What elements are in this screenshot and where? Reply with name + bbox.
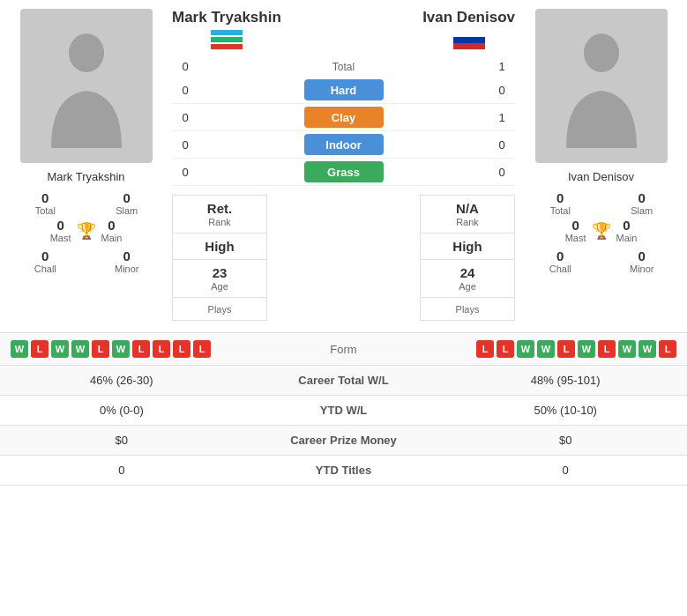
left-trophy-row: 0 Mast 🏆 0 Main: [9, 218, 163, 243]
left-rank-label: Rank: [208, 217, 231, 227]
form-label: Form: [211, 343, 476, 356]
right-age-value: 24: [460, 265, 475, 280]
ytd-wl-left: 0% (0-0): [11, 404, 233, 417]
career-prize-row: $0 Career Prize Money $0: [0, 426, 687, 456]
form-badge-l: L: [153, 340, 170, 358]
form-badge-w: W: [71, 340, 89, 358]
career-prize-label: Career Prize Money: [233, 434, 455, 447]
left-chall-label: Chall: [34, 263, 56, 274]
hard-btn: Hard: [304, 79, 384, 100]
form-badge-l: L: [598, 340, 616, 358]
right-slam-cell: 0 Slam: [606, 190, 679, 216]
left-rank-value: Ret.: [207, 201, 232, 216]
right-chall-label: Chall: [549, 263, 571, 274]
right-avatar: [535, 9, 668, 163]
top-section: Mark Tryakshin 0 Total 0 Slam 0 Mast 🏆: [0, 0, 687, 325]
left-bottom-stats: 0 Chall 0 Minor: [9, 249, 163, 274]
right-age-box: 24 Age: [421, 260, 514, 298]
form-badge-w: W: [578, 340, 595, 358]
center-section: Mark Tryakshin Ivan Denisov: [168, 9, 519, 321]
form-badge-w: W: [517, 340, 534, 358]
career-wl-left: 46% (26-30): [11, 374, 233, 387]
right-player-card: Ivan Denisov 0 Total 0 Slam 0 Mast 🏆: [524, 9, 678, 321]
indoor-row: 0 Indoor 0: [172, 131, 515, 159]
form-badge-w: W: [51, 340, 69, 358]
right-main-cell: 0 Main: [616, 218, 638, 243]
left-age-label: Age: [211, 281, 228, 292]
grass-btn: Grass: [304, 161, 384, 182]
form-badge-l: L: [31, 340, 49, 358]
left-player-card: Mark Tryakshin 0 Total 0 Slam 0 Mast 🏆: [9, 9, 163, 321]
clay-row: 0 Clay 1: [172, 104, 515, 131]
right-high-box: High: [421, 234, 514, 260]
left-form-badges: WLWWLWLLLL: [11, 340, 211, 358]
grass-left: 0: [172, 166, 198, 179]
left-chall-value: 0: [41, 249, 49, 263]
grass-row: 0 Grass 0: [172, 159, 515, 186]
form-badge-w: W: [11, 340, 28, 358]
right-minor-value: 0: [638, 249, 646, 263]
center-left-name: Mark Tryakshin: [172, 9, 281, 26]
career-wl-label: Career Total W/L: [233, 374, 455, 387]
right-rank-label: Rank: [456, 217, 479, 227]
form-badge-l: L: [557, 340, 575, 358]
right-plays-label: Plays: [456, 304, 480, 315]
right-minor-cell: 0 Minor: [606, 249, 679, 274]
left-flag: [211, 30, 243, 49]
indoor-right: 0: [489, 138, 515, 152]
left-high-value: High: [205, 239, 234, 254]
right-player-name: Ivan Denisov: [568, 170, 634, 183]
form-badge-l: L: [92, 340, 109, 358]
left-age-box: 23 Age: [173, 260, 266, 298]
right-flag: [453, 30, 485, 49]
ytd-titles-label: YTD Titles: [233, 464, 455, 477]
right-chall-value: 0: [556, 249, 564, 263]
left-rank-box: Ret. Rank: [173, 196, 266, 234]
form-badge-l: L: [497, 340, 514, 358]
ytd-wl-right: 50% (10-10): [454, 404, 676, 417]
left-plays-box: Plays: [173, 298, 266, 320]
left-slam-cell: 0 Slam: [91, 190, 164, 216]
total-left-score: 0: [172, 60, 198, 73]
total-row: 0 Total 1: [172, 56, 515, 77]
left-minor-value: 0: [123, 249, 131, 263]
form-row: WLWWLWLLLL Form LLWWLWLWWL: [0, 333, 687, 366]
grass-right: 0: [489, 166, 515, 179]
right-form-badges: LLWWLWLWWL: [476, 340, 676, 358]
left-main-value: 0: [108, 218, 115, 233]
right-main-label: Main: [616, 233, 638, 243]
form-badge-l: L: [659, 340, 676, 358]
right-total-cell: 0 Total: [524, 190, 597, 216]
left-chall-cell: 0 Chall: [9, 249, 82, 274]
indoor-btn: Indoor: [304, 134, 384, 155]
right-mast-cell: 0 Mast: [565, 218, 586, 243]
left-main-cell: 0 Main: [101, 218, 123, 243]
clay-right: 1: [489, 111, 515, 124]
right-total-value: 0: [556, 190, 564, 205]
right-slam-label: Slam: [631, 205, 653, 216]
right-trophy-icon: 🏆: [592, 221, 611, 241]
bottom-section: WLWWLWLLLL Form LLWWLWLWWL 46% (26-30) C…: [0, 332, 687, 486]
left-avatar: [20, 9, 153, 163]
left-mast-value: 0: [56, 218, 63, 233]
left-high-box: High: [173, 234, 266, 260]
form-badge-l: L: [193, 340, 211, 358]
form-badge-w: W: [618, 340, 636, 358]
hard-row: 0 Hard 0: [172, 77, 515, 104]
hard-left: 0: [172, 84, 198, 97]
right-bottom-stats: 0 Chall 0 Minor: [524, 249, 678, 274]
left-total-label: Total: [35, 205, 56, 216]
right-plays-box: Plays: [421, 298, 514, 320]
left-main-label: Main: [101, 233, 123, 243]
left-info-boxes: Ret. Rank High 23 Age Plays: [172, 195, 267, 321]
career-prize-right: $0: [454, 434, 676, 447]
svg-point-1: [584, 33, 619, 72]
career-wl-row: 46% (26-30) Career Total W/L 48% (95-101…: [0, 366, 687, 396]
right-high-value: High: [452, 239, 482, 254]
form-badge-w: W: [638, 340, 656, 358]
ytd-titles-right: 0: [454, 464, 676, 477]
career-prize-left: $0: [11, 434, 233, 447]
form-badge-w: W: [537, 340, 555, 358]
svg-point-0: [69, 33, 104, 72]
left-minor-label: Minor: [115, 263, 139, 274]
